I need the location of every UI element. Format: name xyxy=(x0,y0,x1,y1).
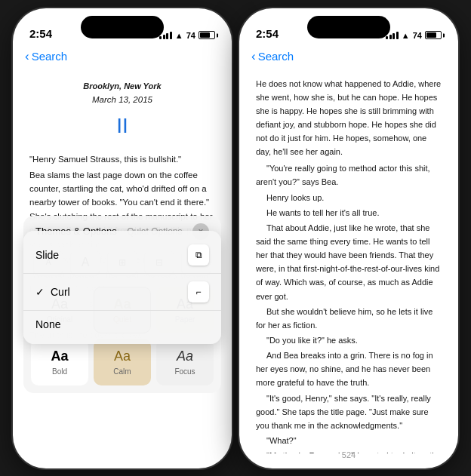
back-label-left: Search xyxy=(32,50,68,63)
slide-item-none[interactable]: None xyxy=(23,311,221,338)
battery-fill-right xyxy=(426,32,436,38)
right-para-3: He wants to tell her it's all true. xyxy=(256,206,442,220)
dynamic-island-right xyxy=(307,16,390,38)
signal-bar-r4 xyxy=(396,32,399,39)
right-para-0: He does not know what happened to Addie,… xyxy=(256,77,442,159)
status-time-left: 2:54 xyxy=(29,27,52,40)
slide-label-slide: Slide xyxy=(35,249,59,261)
theme-bold-label: Bold xyxy=(52,367,67,376)
page-number-right: 524 xyxy=(342,450,356,459)
signal-bar-3 xyxy=(166,33,168,39)
theme-calm-aa: Aa xyxy=(114,349,131,364)
theme-focus-aa: Aa xyxy=(177,349,193,364)
slide-icon-curl: ⌐ xyxy=(188,281,209,302)
book-para-0: "Henry Samuel Strauss, this is bullshit.… xyxy=(29,152,215,166)
battery-percent-left: 74 xyxy=(186,31,195,40)
battery-fill-left xyxy=(200,32,210,38)
battery-icon-right xyxy=(425,31,442,39)
back-button-right[interactable]: ‹ Search xyxy=(251,49,294,64)
book-title-section: Brooklyn, New York March 13, 2015 II xyxy=(29,80,215,144)
signal-bar-r3 xyxy=(392,33,395,39)
right-para-1: "You're really going to method actor thi… xyxy=(256,161,442,189)
phones-container: 2:54 ▲ 74 ‹ Search xyxy=(13,8,458,468)
theme-bold[interactable]: Aa Bold xyxy=(31,339,88,385)
wifi-icon: ▲ xyxy=(175,31,183,40)
left-phone: 2:54 ▲ 74 ‹ Search xyxy=(13,8,232,468)
back-chevron-right: ‹ xyxy=(251,49,256,64)
slide-item-right-slide: ⧉ xyxy=(188,244,209,266)
right-para-9: "What?" xyxy=(256,434,442,447)
right-para-5: But she wouldn't believe him, so he lets… xyxy=(256,305,442,332)
signal-bar-2 xyxy=(163,35,165,39)
theme-focus-label: Focus xyxy=(174,367,195,376)
back-chevron-left: ‹ xyxy=(25,49,29,64)
slide-icon-slide: ⧉ xyxy=(188,244,209,266)
right-para-4: That about Addie, just like he wrote, th… xyxy=(256,221,442,303)
slide-menu-panel: Slide ⧉ ✓ Curl ⌐ None xyxy=(23,231,221,344)
book-content-right: He does not know what happened to Addie,… xyxy=(239,72,458,453)
right-para-8: "It's good, Henry," she says. "It's real… xyxy=(256,392,442,432)
slide-label-curl: Curl xyxy=(51,286,70,298)
slide-item-slide[interactable]: Slide ⧉ xyxy=(23,237,221,273)
right-para-2: Henry looks up. xyxy=(256,191,442,204)
right-para-6: "Do you like it?" he asks. xyxy=(256,333,442,347)
dynamic-island xyxy=(81,16,164,38)
theme-focus[interactable]: Aa Focus xyxy=(156,339,214,385)
status-icons-right: ▲ 74 xyxy=(386,31,442,40)
battery-percent-right: 74 xyxy=(413,31,422,40)
right-para-7: And Bea breaks into a grin. There is no … xyxy=(256,349,442,389)
signal-bar-r2 xyxy=(389,35,392,39)
wifi-icon-right: ▲ xyxy=(402,31,410,40)
right-phone: 2:54 ▲ 74 ‹ Search xyxy=(239,8,458,468)
back-label-right: Search xyxy=(258,50,294,63)
checkmark-curl: ✓ xyxy=(35,286,45,298)
slide-label-none: None xyxy=(35,318,60,330)
book-location: Brooklyn, New York xyxy=(29,80,215,94)
theme-bold-aa: Aa xyxy=(51,349,68,364)
signal-bar-1 xyxy=(159,36,162,39)
signal-bar-r1 xyxy=(386,36,388,39)
battery-icon-left xyxy=(199,31,215,39)
chapter-number: II xyxy=(29,109,215,143)
status-time-right: 2:54 xyxy=(256,27,279,40)
back-button-left[interactable]: ‹ Search xyxy=(25,49,67,64)
nav-bar-right: ‹ Search xyxy=(239,46,458,70)
nav-bar-left: ‹ Search xyxy=(13,46,232,70)
status-icons-left: ▲ 74 xyxy=(159,31,215,40)
theme-calm-label: Calm xyxy=(113,367,131,376)
book-date: March 13, 2015 xyxy=(29,93,215,106)
slide-item-right-curl: ⌐ xyxy=(188,281,209,302)
theme-calm[interactable]: Aa Calm xyxy=(94,339,151,385)
slide-item-curl[interactable]: ✓ Curl ⌐ xyxy=(23,274,221,310)
signal-bar-4 xyxy=(170,32,172,39)
